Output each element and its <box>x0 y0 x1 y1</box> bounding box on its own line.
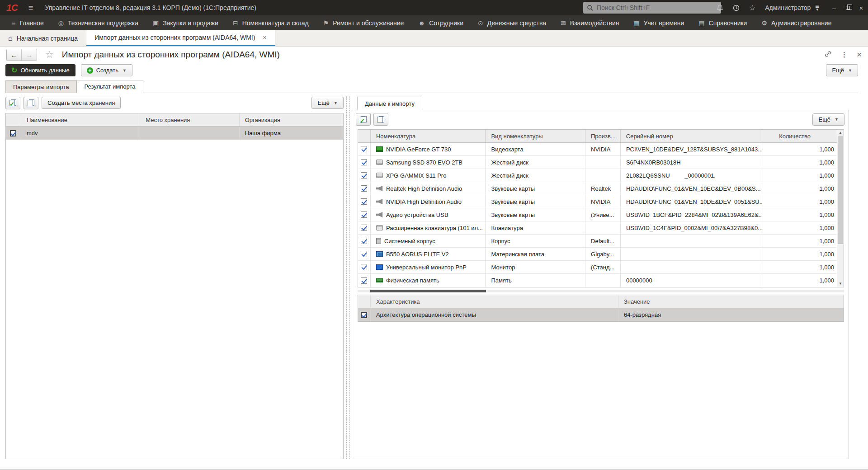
row-checkbox[interactable] <box>361 238 367 244</box>
more-button-left-panel[interactable]: Ещё ▼ <box>311 97 344 109</box>
menu-item-repair-service[interactable]: ⚑ Ремонт и обслуживание <box>316 15 411 30</box>
cell-kind[interactable]: Монитор <box>486 261 585 273</box>
cell-storage-place[interactable] <box>140 127 239 140</box>
row-checkbox[interactable] <box>361 185 367 192</box>
main-menu-icon[interactable]: ≡ <box>28 3 33 13</box>
cell-vendor[interactable]: Default... <box>585 235 621 247</box>
menu-item-interactions[interactable]: ✉ Взаимодействия <box>553 15 626 30</box>
import-item-row[interactable]: B550 AORUS ELITE V2 Материнская плата Gi… <box>358 248 837 261</box>
search-input[interactable]: Поиск Ctrl+Shift+F <box>583 2 721 14</box>
check-all-button[interactable]: ✓ <box>356 113 371 126</box>
uncheck-all-button[interactable] <box>373 113 388 126</box>
cell-serial[interactable]: HDAUDIO\FUNC_01&VEN_10DE&DEV_0051&SU... <box>621 195 762 208</box>
cell-serial[interactable]: USB\VID_1BCF&PID_2284&MI_02\8&139A6E62&.… <box>621 208 762 221</box>
cell-serial[interactable]: 00000000 <box>621 274 762 287</box>
get-link-icon[interactable] <box>824 50 832 59</box>
refresh-data-button[interactable]: ↻ Обновить данные <box>5 64 75 76</box>
cell-organization[interactable]: Наша фирма <box>240 127 343 140</box>
row-checkbox[interactable] <box>361 264 367 270</box>
menu-item-administration[interactable]: ⚙ Администрирование <box>754 15 839 30</box>
menu-item-main[interactable]: ≡ Главное <box>5 15 51 30</box>
scrollbar-thumb[interactable] <box>370 290 486 292</box>
cell-serial[interactable]: 2L082LQ6SSNU _00000001. <box>621 169 762 182</box>
forward-button[interactable]: → <box>22 49 37 61</box>
import-item-row[interactable]: Расширенная клавиатура (101 ил... Клавиа… <box>358 221 837 235</box>
history-icon[interactable] <box>731 3 741 12</box>
cell-serial[interactable]: S6P4NX0RB03018H <box>621 156 762 169</box>
cell-quantity[interactable]: 1,000 <box>762 143 837 155</box>
menu-item-references[interactable]: ▤ Справочники <box>691 15 754 30</box>
cell-quantity[interactable]: 1,000 <box>762 169 837 182</box>
row-checkbox[interactable] <box>361 251 367 257</box>
cell-name[interactable]: mdv <box>21 127 140 140</box>
restore-button[interactable] <box>841 0 854 15</box>
header-name[interactable]: Наименование <box>21 113 140 126</box>
row-checkbox[interactable] <box>361 159 367 165</box>
cell-vendor[interactable] <box>585 156 621 169</box>
cell-kind[interactable]: Корпус <box>486 235 585 247</box>
create-storage-button[interactable]: Создать места хранения <box>42 97 121 109</box>
more-button-right-panel[interactable]: Ещё ▼ <box>812 113 844 126</box>
cell-quantity[interactable]: 1,000 <box>762 208 837 221</box>
scrollbar-thumb[interactable] <box>838 136 843 244</box>
row-checkbox[interactable] <box>361 198 367 205</box>
scroll-up-icon[interactable]: ▲ <box>837 130 844 136</box>
menu-item-nomenclature-warehouse[interactable]: ⊟ Номенклатура и склад <box>226 15 316 30</box>
more-button-main[interactable]: Ещё ▼ <box>826 64 858 76</box>
menu-item-time-tracking[interactable]: ▦ Учет времени <box>626 15 691 30</box>
check-all-button[interactable]: ✓ <box>5 97 20 109</box>
import-item-row[interactable]: Физическая память Память 00000000 1,000 <box>358 274 837 287</box>
close-window-button[interactable]: × <box>854 0 868 15</box>
cell-kind[interactable]: Звуковые карты <box>486 195 585 208</box>
cell-quantity[interactable]: 1,000 <box>762 182 837 195</box>
cell-vendor[interactable] <box>585 169 621 182</box>
tab-import-data[interactable]: Импорт данных из сторонних программ (AID… <box>86 30 275 46</box>
cell-vendor[interactable]: NVIDIA <box>585 143 621 155</box>
panel-splitter[interactable] <box>346 96 350 459</box>
header-vendor[interactable]: Произв... <box>585 130 621 142</box>
cell-kind[interactable]: Звуковые карты <box>486 208 585 221</box>
import-item-row[interactable]: Системный корпус Корпус Default... 1,000 <box>358 235 837 248</box>
cell-serial[interactable]: HDAUDIO\FUNC_01&VEN_10EC&DEV_0B00&S... <box>621 182 762 195</box>
create-button[interactable]: + Создать ▼ <box>81 64 132 76</box>
cell-vendor[interactable] <box>585 221 621 234</box>
cell-serial[interactable] <box>621 261 762 273</box>
cell-vendor[interactable]: Realtek <box>585 182 621 195</box>
tab-import-parameters[interactable]: Параметры импорта <box>5 80 76 93</box>
cell-value[interactable]: 64-разрядная <box>618 308 844 321</box>
menu-item-purchases-sales[interactable]: ▣ Закупки и продажи <box>146 15 226 30</box>
cell-kind[interactable]: Звуковые карты <box>486 182 585 195</box>
header-organization[interactable]: Организация <box>240 113 343 126</box>
cell-kind[interactable]: Видеокарта <box>486 143 585 155</box>
row-checkbox[interactable] <box>361 225 367 231</box>
user-menu-button[interactable]: ≡ ▼ <box>815 4 819 11</box>
tab-close-icon[interactable]: × <box>263 34 266 41</box>
characteristic-row[interactable]: Архитектура операционной системы 64-разр… <box>358 308 844 321</box>
row-checkbox[interactable] <box>10 130 16 136</box>
tab-home-page[interactable]: ⌂ Начальная страница <box>0 30 86 46</box>
import-item-row[interactable]: Realtek High Definition Audio Звуковые к… <box>358 182 837 195</box>
menu-item-employees[interactable]: ☻ Сотрудники <box>411 15 471 30</box>
add-to-favorites-star-icon[interactable]: ☆ <box>45 49 54 60</box>
header-storage-place[interactable]: Место хранения <box>140 113 239 126</box>
cell-vendor[interactable] <box>585 274 621 287</box>
back-button[interactable]: ← <box>7 49 22 61</box>
menu-item-money[interactable]: ⊙ Денежные средства <box>471 15 553 30</box>
more-actions-kebab-icon[interactable]: ⋮ <box>841 51 848 59</box>
import-item-row[interactable]: Универсальный монитор PnP Монитор (Станд… <box>358 261 837 274</box>
import-item-row[interactable]: Аудио устройства USB Звуковые карты (Уни… <box>358 208 837 221</box>
cell-vendor[interactable]: NVIDIA <box>585 195 621 208</box>
header-nomenclature-kind[interactable]: Вид номенклатуры <box>486 130 585 142</box>
cell-serial[interactable]: PCI\VEN_10DE&DEV_1287&SUBSYS_881A1043... <box>621 143 762 155</box>
row-checkbox[interactable] <box>361 212 367 218</box>
cell-serial[interactable] <box>621 248 762 260</box>
cell-vendor[interactable]: (Униве... <box>585 208 621 221</box>
minimize-button[interactable]: – <box>827 0 841 15</box>
tab-data-to-import[interactable]: Данные к импорту <box>357 97 422 110</box>
cell-serial[interactable] <box>621 235 762 247</box>
horizontal-scrollbar[interactable] <box>358 290 844 292</box>
cell-quantity[interactable]: 1,000 <box>762 221 837 234</box>
cell-kind[interactable]: Жесткий диск <box>486 156 585 169</box>
cell-kind[interactable]: Жесткий диск <box>486 169 585 182</box>
header-characteristic[interactable]: Характеристика <box>371 295 618 308</box>
